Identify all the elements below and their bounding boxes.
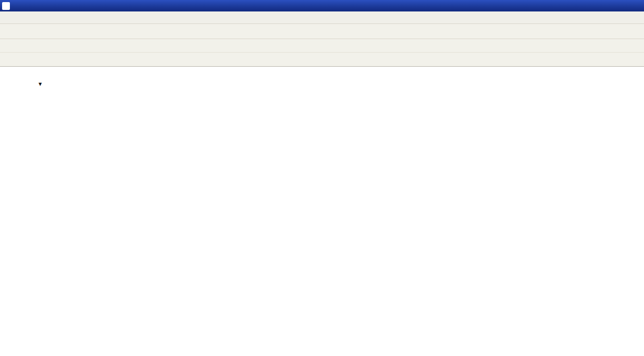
icon-toolbar-row-1: [0, 39, 644, 53]
app-window: ▼: [0, 0, 644, 356]
menu-bar: [0, 11, 644, 24]
app-logo-icon: [2, 2, 10, 10]
main-toolbar: [0, 24, 644, 39]
title-bar[interactable]: [0, 0, 644, 11]
icon-toolbar-row-2: [0, 53, 644, 67]
kline-type-caret-icon[interactable]: ▼: [39, 82, 42, 87]
